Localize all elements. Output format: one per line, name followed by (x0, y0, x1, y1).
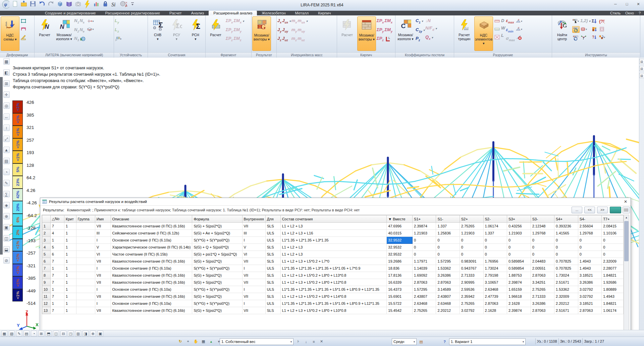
table-cell[interactable]: 2.90995 (460, 279, 483, 286)
maximize-button[interactable]: □ (623, 1, 631, 7)
table-cell[interactable]: 0 (602, 251, 624, 258)
ruler-h-icon[interactable] (494, 18, 500, 24)
table-cell[interactable]: 0 (483, 244, 507, 251)
table-cell[interactable]: 2.87063 (531, 307, 554, 314)
table-cell[interactable]: I (95, 237, 111, 244)
ribbon-item-ΣP_z[interactable]: ΣPz (377, 36, 384, 43)
table-cell[interactable]: 0 (436, 251, 460, 258)
table-cell[interactable]: 15.6901 (387, 293, 413, 300)
row-number[interactable]: 6 (42, 258, 51, 265)
ribbon-button-мозаика-[interactable]: GFМозаика/векторы ▾ (252, 16, 271, 51)
left-tool-icon-1[interactable]: ▦ (3, 58, 10, 65)
table-cell[interactable]: 2.04483 (531, 258, 554, 265)
table-cell[interactable]: SLS (265, 272, 280, 279)
table-cell[interactable]: 3.02792 (460, 307, 483, 314)
table-cell[interactable]: S(G) + S(psi2*Q) (192, 223, 242, 230)
table-cell[interactable]: 1 (64, 265, 76, 272)
table-cell[interactable]: S(G) + S(psi2*Q) (192, 307, 242, 314)
status-mid-icon-4[interactable]: ✕ (318, 338, 325, 345)
table-cell[interactable]: 5 (50, 244, 64, 251)
row-number[interactable]: 9 (42, 279, 51, 286)
columns-button[interactable]: |||| (623, 207, 630, 213)
table-cell[interactable]: 0.589854 (507, 258, 531, 265)
column-header-Формула[interactable]: Формула (192, 215, 242, 223)
table-cell[interactable]: 0 (531, 237, 554, 244)
table-cell[interactable]: 0 (413, 237, 436, 244)
variant-combo[interactable]: 1. Вариант 1▾ (449, 338, 526, 345)
table-cell[interactable]: 0.707825 (554, 258, 578, 265)
table-row[interactable]: 1211IОсновное сочетание (I ПС) (6.10a)S(… (42, 300, 624, 307)
table-cell[interactable]: L1*1.35 + L2*1.35 + L3*1.35 + L5*1.05 + … (280, 300, 387, 307)
bottom-tool-icon-5[interactable]: ◔ (31, 331, 37, 337)
table-cell[interactable]: 0 (483, 251, 507, 258)
table-cell[interactable] (76, 279, 95, 286)
clip-icon[interactable] (598, 26, 605, 32)
column-header-T7+[interactable]: T7+ (602, 215, 624, 223)
left-tool-icon-12[interactable]: ✎ (3, 180, 10, 186)
tab-металл[interactable]: Металл (290, 11, 314, 15)
axis-arrow-icon[interactable]: ▾ (87, 18, 94, 24)
table-cell[interactable]: 2.20212 (554, 300, 578, 307)
table-row[interactable]: 711IОсновное сочетание (I ПС) (6.10a)S(Y… (42, 265, 624, 272)
table-cell[interactable]: VI (95, 251, 111, 258)
table-cell[interactable]: L1*1.35 + L2*1.35 + L3*1.35 + L5*1.05 + … (280, 286, 387, 293)
table-cell[interactable]: 1 (64, 237, 76, 244)
left-tool-icon-7[interactable]: ↕ (3, 125, 10, 131)
table-cell[interactable] (76, 307, 95, 314)
table-cell[interactable]: 1.29768 (578, 230, 601, 237)
table-cell[interactable]: VII (242, 223, 265, 230)
row-number[interactable]: 11 (42, 293, 51, 300)
minimize-button[interactable]: ─ (612, 1, 619, 7)
export-button[interactable] (610, 207, 621, 213)
table-cell[interactable]: 1 (50, 237, 64, 244)
table-cell[interactable]: S(G) + S(psi2*Q) (192, 258, 242, 265)
ruler-h2-icon[interactable] (494, 26, 500, 32)
table-cell[interactable]: 2.39874 (413, 223, 436, 230)
table-cell[interactable]: 0 (413, 244, 436, 251)
table-cell[interactable]: 15.4542 (387, 307, 413, 314)
table-cell[interactable]: SLS (265, 258, 280, 265)
table-cell[interactable]: S(G) + Q + S(psi0*Q) (192, 244, 242, 251)
table-cell[interactable]: S(Y*G) + S(Y*psi0*Q) (192, 237, 242, 244)
row-number[interactable]: 2 (42, 230, 51, 237)
table-cell[interactable]: L1*1.35 + L2*1.35 + L3*1.35 (280, 237, 387, 244)
bottom-tool-icon-12[interactable]: ◨ (83, 331, 89, 337)
table-cell[interactable]: SLS (265, 279, 280, 286)
table-cell[interactable]: 1.92686 (602, 279, 624, 286)
table-vertical-scrollbar[interactable]: ▲ ▼ (624, 215, 629, 346)
left-tool-icon-10[interactable]: ▤ (3, 158, 10, 164)
table-cell[interactable]: ULS (265, 286, 280, 293)
column-header-△No[interactable]: △No (50, 215, 64, 223)
table-cell[interactable]: Квазипостоянное сочетание (II ПС) (6.16b… (111, 258, 192, 265)
table-cell[interactable]: 7 (50, 293, 64, 300)
table-row[interactable]: 1171VIIКвазипостоянное сочетание (II ПС)… (42, 293, 624, 300)
table-cell[interactable]: 0 (554, 237, 578, 244)
table-cell[interactable]: 2.87063 (436, 279, 460, 286)
left-tool-icon-3[interactable]: ⊞ (3, 80, 10, 87)
status-icon-4[interactable]: ▦ (200, 338, 207, 345)
table-cell[interactable]: 1 (50, 265, 64, 272)
results-panel-titlebar[interactable]: Результаты расчета сочетаний нагрузок и … (40, 198, 631, 206)
ribbon-item-ΣP_x[interactable]: ΣPx (377, 18, 384, 25)
table-cell[interactable]: VII (242, 279, 265, 286)
ribbon-button-мозаика-[interactable]: Мозаика/векторы ▾ (357, 16, 376, 51)
table-cell[interactable]: 1 (64, 258, 76, 265)
table-cell[interactable]: 2.87063 (413, 279, 436, 286)
table-cell[interactable]: 1.41565 (554, 230, 578, 237)
bottom-tool-icon-14[interactable]: ▣ (97, 331, 103, 337)
row-number[interactable]: 5 (42, 251, 51, 258)
table-cell[interactable]: 7 (50, 272, 64, 279)
window-menu[interactable]: Окно (625, 11, 634, 15)
column-header-Состав сочетания[interactable]: Состав сочетания (280, 215, 387, 223)
more-button[interactable]: ... (572, 207, 582, 213)
table-cell[interactable]: 1.57295 (413, 286, 436, 293)
table-cell[interactable]: 47.6996 (387, 223, 413, 230)
tab-расширенный-анализ[interactable]: Расширенный анализ (209, 11, 257, 15)
table-cell[interactable]: 1.84821 (602, 272, 624, 279)
ribbon-item-ΣP_x[interactable]: ΣPx (226, 18, 233, 25)
table-cell[interactable]: I (95, 300, 111, 307)
q-excl-icon[interactable]: {?!} (598, 18, 605, 24)
status-mid-icon-2[interactable]: ↓ (303, 338, 309, 345)
ribbon-button-рсу[interactable]: ΣσРСУ▾ (167, 16, 185, 51)
ribbon-item-N_s[interactable]: Ns (79, 18, 86, 25)
